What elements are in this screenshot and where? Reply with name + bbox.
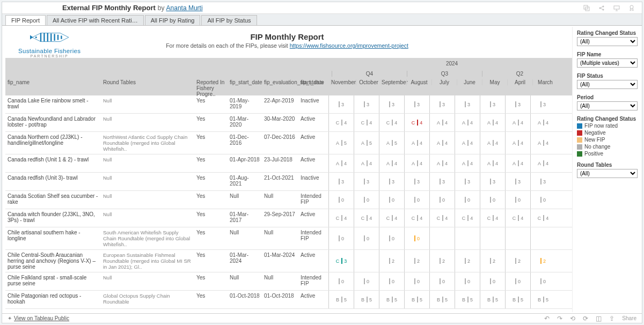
month-header[interactable]: October xyxy=(356,79,381,85)
workbook-title: External FIP Monthly Report xyxy=(62,4,156,12)
cell-month: 0 xyxy=(404,191,429,209)
cell-month: 0 xyxy=(505,191,530,209)
legend-item[interactable]: Positive xyxy=(577,151,638,157)
table-row[interactable]: Chile artisanal southern hake - longline… xyxy=(5,227,572,250)
legend-item[interactable]: FIP now rated xyxy=(577,123,638,129)
cell-month: 3 xyxy=(404,95,429,113)
table-row[interactable]: Canada redfish (Unit 3)- trawlNullYes01-… xyxy=(5,173,572,191)
cell-month: A4 xyxy=(455,154,480,172)
month-header[interactable]: April xyxy=(507,79,532,85)
redo-icon[interactable]: ↷ xyxy=(557,315,562,322)
table-row[interactable]: Canada Newfoundland and Labrador lobster… xyxy=(5,114,572,132)
cell-month: 3 xyxy=(455,173,480,190)
cell-start: 01-Mar-2024 xyxy=(228,250,262,272)
month-header[interactable]: March xyxy=(532,79,558,85)
cell-status: Inactive xyxy=(298,173,328,190)
table-row[interactable]: Canada Lake Erie rainbow smelt - trawlNu… xyxy=(5,95,572,114)
legend-item[interactable]: Negative xyxy=(577,130,638,136)
tab-3[interactable]: All FIP by Status xyxy=(201,15,257,25)
col-reported[interactable]: Reported In Fishery Progre.. xyxy=(194,79,228,97)
share-label[interactable]: Share xyxy=(622,315,636,321)
cell-start: 01-Apr-2018 xyxy=(228,154,262,172)
table-row[interactable]: Chile Central-South Araucanian herring a… xyxy=(5,250,572,272)
details-link[interactable]: https://www.fishsource.org/improvement-p… xyxy=(290,42,408,49)
cell-month: C4 xyxy=(379,114,404,131)
table-row[interactable]: Canada Northern cod (2J3KL) - handline/g… xyxy=(5,132,572,154)
share-icon[interactable] xyxy=(598,4,605,12)
cell-month: C4 xyxy=(354,209,379,227)
cell-eval: 07-Dec-2016 xyxy=(262,132,298,154)
legend-text: FIP now rated xyxy=(584,123,618,129)
col-fip-status[interactable]: fip_status xyxy=(298,79,328,85)
cell-start: 01-Oct-2018 xyxy=(228,291,262,308)
col-start-date[interactable]: fip_start_date xyxy=(228,79,262,85)
filter-period-select[interactable]: (All) xyxy=(577,101,638,110)
filter-fipstatus-label: FIP Status xyxy=(577,73,638,79)
cell-month: 2 xyxy=(530,250,555,272)
tab-2[interactable]: All FIP by Rating xyxy=(145,15,201,25)
share-footer-icon[interactable]: ⇪ xyxy=(609,315,614,322)
cell-month: 3 xyxy=(429,95,455,113)
cell-month: 3 xyxy=(480,173,505,190)
filter-rcs-select[interactable]: (All) xyxy=(577,37,638,46)
cell-name: Canada redfish (Unit 1 & 2) - trawl xyxy=(5,154,101,172)
filter-fipstatus-select[interactable]: (All) xyxy=(577,80,638,89)
cell-month: 3 xyxy=(404,173,429,190)
filter-fipname-select[interactable]: (Multiple values) xyxy=(577,58,638,68)
cell-month: B5 xyxy=(354,291,379,308)
table-row[interactable]: Canada witch flounder (2J3KL, 3NO, 3Ps) … xyxy=(5,209,572,227)
view-public-link[interactable]: View on Tableau Public xyxy=(14,315,69,321)
author-link[interactable]: Ananta Murti xyxy=(166,4,203,12)
col-round-tables[interactable]: Round Tables xyxy=(101,79,194,85)
cell-start: 01-Dec-2016 xyxy=(228,132,262,154)
month-header[interactable]: November xyxy=(331,79,356,85)
cell-reported: Yes xyxy=(194,191,228,209)
cell-name: Canada Northern cod (2J3KL) - handline/g… xyxy=(5,132,101,154)
month-header[interactable]: May xyxy=(482,79,507,85)
copy-icon[interactable] xyxy=(583,4,590,12)
cell-month: A4 xyxy=(379,154,404,172)
cell-month: A4 xyxy=(354,154,379,172)
month-header[interactable]: July xyxy=(431,79,457,85)
cell-name: Canada redfish (Unit 3)- trawl xyxy=(5,173,101,190)
filter-period-label: Period xyxy=(577,94,638,100)
month-header[interactable]: June xyxy=(457,79,482,85)
legend-item[interactable]: No change xyxy=(577,144,638,150)
legend-item[interactable]: New FIP xyxy=(577,137,638,143)
cell-round-tables: Null xyxy=(101,114,194,131)
filter-rt-select[interactable]: (All) xyxy=(577,169,638,178)
pause-icon[interactable]: ◫ xyxy=(596,315,602,322)
tab-0[interactable]: FIP Report xyxy=(5,15,46,25)
refresh-icon[interactable]: ⟳ xyxy=(583,315,588,322)
month-header[interactable]: September xyxy=(381,79,406,85)
grid-rows[interactable]: Canada Lake Erie rainbow smelt - trawlNu… xyxy=(5,95,572,309)
tableau-icon: ✦ xyxy=(8,315,12,321)
month-header[interactable]: August xyxy=(406,79,431,85)
table-row[interactable]: Canada redfish (Unit 1 & 2) - trawlNullY… xyxy=(5,154,572,173)
col-fip-name[interactable]: fip_name xyxy=(5,79,101,85)
cell-month: 0 xyxy=(429,191,455,209)
cell-month: A4 xyxy=(505,154,530,172)
table-row[interactable]: Chile Patagonian red octopus - hookahGlo… xyxy=(5,291,572,309)
undo-icon[interactable]: ↶ xyxy=(544,315,550,322)
cell-month: A4 xyxy=(429,114,455,131)
tab-1[interactable]: All Active FIP with Recent Rati… xyxy=(47,15,144,25)
cell-round-tables: Null xyxy=(101,209,194,227)
present-icon[interactable] xyxy=(613,4,620,12)
footer-bar: ✦ View on Tableau Public ↶ ↷ ⟲ ⟳ ◫ ⇪ Sha… xyxy=(2,313,642,323)
cell-month: C4 xyxy=(429,209,455,227)
cell-month: C4 xyxy=(354,114,379,131)
col-eval-date[interactable]: fip_evaluation_start_date xyxy=(262,79,298,85)
revert-icon[interactable]: ⟲ xyxy=(570,315,575,322)
cell-round-tables: Global Octopus Supply Chain Roundtable xyxy=(101,291,194,308)
cell-round-tables: South American Whitefish Supply Chain Ro… xyxy=(101,227,194,249)
legend-text: New FIP xyxy=(584,137,605,143)
table-row[interactable]: Canada Scotian Shelf sea cucumber - rake… xyxy=(5,191,572,209)
cell-start: Null xyxy=(228,227,262,249)
cell-month: 0 xyxy=(530,272,555,290)
cell-name: Canada witch flounder (2J3KL, 3NO, 3Ps) … xyxy=(5,209,101,227)
cell-month: A4 xyxy=(455,114,480,131)
badge-icon[interactable] xyxy=(628,4,635,12)
legend-text: Negative xyxy=(584,130,605,136)
table-row[interactable]: Chile Falkland sprat - small-scale purse… xyxy=(5,272,572,291)
